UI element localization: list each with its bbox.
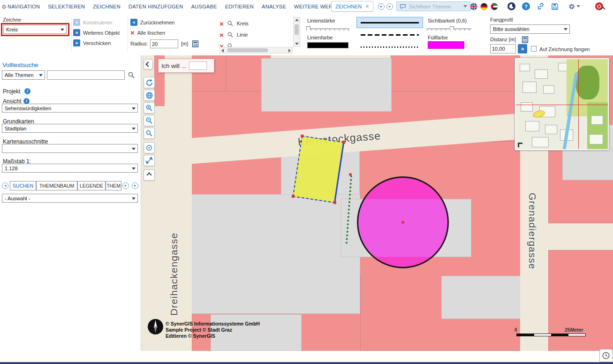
linienstaerke-slider[interactable] [306, 26, 349, 32]
zoom-window-button[interactable] [144, 128, 155, 139]
fulltext-search-input[interactable] [47, 70, 125, 80]
scroll-up-icon[interactable] [295, 19, 299, 21]
panel-tabs-prev-button[interactable]: ◂ [2, 182, 8, 189]
collapse-panel-button[interactable] [144, 59, 153, 69]
zeichne-dropdown[interactable]: Kreis [3, 25, 67, 34]
overview-map[interactable] [515, 58, 609, 150]
scroll-down-icon[interactable] [295, 43, 299, 45]
slider-handle[interactable] [450, 26, 454, 32]
linienfarbe-swatch[interactable] [307, 42, 348, 48]
night-mode-moon-icon[interactable] [507, 2, 515, 10]
volltextsuche-link[interactable]: Volltextsuche [2, 61, 38, 68]
vertical-scrollbar[interactable] [293, 17, 300, 47]
tab-analyse[interactable]: ANALYSE [262, 4, 286, 9]
full-extent-button[interactable] [144, 90, 155, 101]
save-icon[interactable] [551, 3, 559, 10]
grundkarten-dropdown[interactable]: Stadtplan [2, 124, 138, 133]
info-icon[interactable]: i [24, 88, 30, 94]
panel-tab-themenbaum[interactable]: THEMENBAUM [36, 181, 77, 190]
time-slider-button[interactable] [599, 349, 613, 362]
tab-daten-hinzufuegen[interactable]: DATEN HINZUFÜGEN [129, 4, 183, 9]
weiteres-objekt-button[interactable]: » Weiteres Objekt [73, 29, 120, 36]
massstab-dropdown[interactable]: 1.128 [2, 164, 138, 173]
zoom-to-icon[interactable] [227, 20, 234, 27]
overview-corner-icon[interactable] [518, 143, 522, 147]
scroll-right-icon[interactable] [288, 49, 291, 53]
language-arabic-flag-icon[interactable] [491, 3, 498, 10]
panel-tab-legende[interactable]: LEGENDE [77, 181, 106, 190]
visible-themes-dropdown[interactable]: Sichtbare Themen [396, 1, 470, 11]
auf-zeichnung-fangen-checkbox[interactable] [531, 46, 537, 52]
scrollbar-thumb[interactable] [295, 24, 299, 35]
sketch-list-item[interactable]: × Kreis [219, 18, 293, 29]
calculator-icon[interactable] [192, 40, 199, 47]
zuruecknehmen-button[interactable]: « Zurücknehmen [130, 19, 174, 26]
fuellfarbe-swatch[interactable] [428, 41, 464, 49]
zoom-to-icon[interactable] [227, 31, 234, 38]
help-icon[interactable]: ? [522, 2, 530, 10]
collapse-toolbar-button[interactable] [144, 169, 155, 181]
language-english-flag-icon[interactable] [470, 3, 477, 10]
tab-scroll-prev-button[interactable]: ▸ [378, 3, 385, 10]
settings-gear-icon[interactable] [568, 3, 580, 10]
linestyle-solid-option[interactable] [356, 17, 423, 28]
tab-navigation[interactable]: NAVIGATION [8, 4, 40, 9]
konstruieren-button[interactable]: » Konstruieren [73, 19, 112, 26]
panel-tabs-next-button[interactable]: ▸ [122, 182, 129, 189]
sketch-rectangle[interactable] [293, 136, 345, 203]
kartenausschnitte-dropdown[interactable] [2, 144, 138, 153]
sketch-circle[interactable] [357, 176, 449, 268]
delete-x-icon[interactable]: × [219, 31, 224, 38]
sketch-list-item[interactable]: × Linie [219, 29, 293, 40]
sketch-list-item[interactable]: × [219, 40, 293, 47]
calculator-icon[interactable] [522, 36, 529, 43]
panel-tab-themen[interactable]: THEM [106, 181, 121, 190]
linestyle-dotted-option[interactable] [356, 41, 423, 53]
zoom-to-icon[interactable] [227, 43, 234, 47]
fangprofil-dropdown[interactable]: Bitte auswählen [490, 24, 570, 34]
ich-will-box[interactable]: Ich will ... [158, 59, 214, 73]
language-german-flag-icon[interactable] [480, 3, 488, 10]
tab-selektieren[interactable]: SELEKTIEREN [48, 4, 85, 9]
tab-ausgabe[interactable]: AUSGABE [191, 4, 217, 9]
vertex-marker[interactable] [333, 201, 336, 205]
panel-tab-suchen[interactable]: SUCHEN [10, 181, 36, 190]
vertex-marker[interactable] [342, 141, 346, 144]
sichtbarkeit-slider[interactable] [427, 26, 471, 32]
tab-zeichnen[interactable]: ZEICHNEN [93, 4, 121, 9]
search-icon[interactable] [128, 71, 135, 79]
share-link-icon[interactable] [537, 2, 545, 10]
zoom-out-button[interactable] [144, 115, 155, 126]
zoom-in-button[interactable] [144, 102, 155, 114]
distanz-apply-button[interactable]: » [518, 44, 527, 53]
scrollbar-thumb[interactable] [227, 48, 268, 52]
linestyle-dashed-option[interactable] [356, 29, 423, 40]
pan-extent-button[interactable] [144, 155, 155, 166]
circle-center-marker[interactable] [401, 221, 404, 224]
themes-filter-dropdown[interactable]: Alle Themen [2, 70, 45, 80]
map-canvas[interactable]: Kernstockgasse Dreihackengasse Grenadier… [141, 55, 613, 351]
distanz-input[interactable] [490, 44, 516, 53]
delete-x-icon[interactable]: × [219, 20, 224, 27]
radius-input[interactable] [150, 39, 178, 48]
refresh-map-button[interactable] [144, 77, 155, 88]
vertex-marker[interactable] [349, 173, 352, 176]
auswahl-dropdown[interactable]: - Auswahl - [2, 194, 138, 203]
tab-editieren[interactable]: EDITIEREN [225, 4, 254, 9]
active-tab-zeichnen[interactable]: ZEICHNEN × [331, 1, 373, 12]
collapse-ribbon-button[interactable] [601, 4, 605, 13]
vertex-marker[interactable] [291, 195, 295, 198]
scroll-left-icon[interactable] [221, 49, 224, 53]
ich-will-input[interactable] [189, 61, 207, 70]
slider-handle[interactable] [306, 26, 310, 32]
horizontal-scrollbar[interactable] [219, 47, 293, 53]
panel-tabs-last-button[interactable]: ▸ [132, 182, 138, 189]
delete-x-icon[interactable]: × [219, 43, 224, 47]
center-map-button[interactable] [144, 142, 155, 153]
alle-loeschen-button[interactable]: × Alle löschen [130, 29, 165, 36]
tab-scroll-next-button[interactable]: ▸ [386, 3, 393, 10]
ansicht-dropdown[interactable]: Sehenswürdigkeiten [2, 104, 138, 113]
vertex-marker[interactable] [301, 135, 304, 138]
verschicken-button[interactable]: » Verschicken [73, 39, 111, 46]
close-tab-icon[interactable]: × [365, 3, 369, 9]
